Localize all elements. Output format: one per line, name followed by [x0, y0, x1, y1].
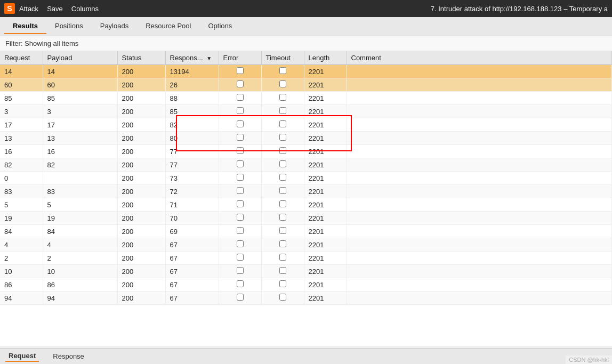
- error-checkbox-cell: [219, 265, 261, 278]
- error-checkbox[interactable]: [237, 174, 244, 181]
- table-row[interactable]: 8282200772201: [0, 158, 612, 172]
- error-checkbox[interactable]: [237, 254, 244, 261]
- table-row[interactable]: 44200672201: [0, 238, 612, 252]
- timeout-checkbox[interactable]: [279, 160, 286, 167]
- timeout-checkbox[interactable]: [279, 80, 286, 87]
- timeout-checkbox[interactable]: [279, 67, 286, 74]
- timeout-checkbox[interactable]: [279, 240, 286, 247]
- cell-value: 19: [0, 212, 43, 225]
- timeout-checkbox-cell: [261, 185, 304, 198]
- cell-value: 2201: [304, 158, 347, 172]
- error-checkbox[interactable]: [237, 227, 244, 234]
- table-row[interactable]: 8585200882201: [0, 92, 612, 105]
- error-checkbox[interactable]: [237, 214, 244, 221]
- timeout-checkbox[interactable]: [279, 254, 286, 261]
- error-checkbox[interactable]: [237, 200, 244, 207]
- cell-value: 4: [0, 238, 43, 252]
- tab-options[interactable]: Options: [199, 19, 240, 34]
- cell-value: 200: [117, 292, 165, 305]
- error-checkbox[interactable]: [237, 107, 244, 114]
- error-checkbox[interactable]: [237, 147, 244, 154]
- table-row[interactable]: 22200672201: [0, 252, 612, 265]
- cell-value: 82: [43, 158, 117, 172]
- timeout-checkbox[interactable]: [279, 147, 286, 154]
- timeout-checkbox[interactable]: [279, 280, 286, 287]
- bottom-tab-request[interactable]: Request: [5, 351, 39, 362]
- table-row[interactable]: 55200712201: [0, 198, 612, 212]
- cell-value: 60: [43, 78, 117, 92]
- cell-value: 200: [117, 212, 165, 225]
- error-checkbox[interactable]: [237, 240, 244, 247]
- error-checkbox[interactable]: [237, 280, 244, 287]
- cell-value: 2201: [304, 238, 347, 252]
- menu-save[interactable]: Save: [47, 5, 63, 13]
- timeout-checkbox-cell: [261, 158, 304, 172]
- error-checkbox-cell: [219, 225, 261, 238]
- tab-positions[interactable]: Positions: [46, 19, 92, 34]
- timeout-checkbox[interactable]: [279, 134, 286, 141]
- cell-value: 14: [0, 65, 43, 78]
- error-checkbox[interactable]: [237, 160, 244, 167]
- col-status[interactable]: Status: [117, 51, 165, 65]
- cell-value: [347, 92, 612, 105]
- cell-value: 77: [165, 158, 219, 172]
- table-row[interactable]: 6060200262201: [0, 78, 612, 92]
- col-length[interactable]: Length: [304, 51, 347, 65]
- menu-columns[interactable]: Columns: [71, 5, 99, 13]
- table-row[interactable]: 9494200672201: [0, 292, 612, 305]
- timeout-checkbox[interactable]: [279, 294, 286, 301]
- cell-value: 85: [43, 92, 117, 105]
- table-row[interactable]: 8383200722201: [0, 185, 612, 198]
- timeout-checkbox[interactable]: [279, 214, 286, 221]
- col-payload[interactable]: Payload: [43, 51, 117, 65]
- table-row[interactable]: 33200852201: [0, 105, 612, 118]
- table-row[interactable]: 1414200131942201: [0, 65, 612, 78]
- table-row[interactable]: 1717200822201: [0, 118, 612, 132]
- col-comment[interactable]: Comment: [347, 51, 612, 65]
- tab-payloads[interactable]: Payloads: [92, 19, 137, 34]
- cell-value: 2201: [304, 278, 347, 292]
- timeout-checkbox-cell: [261, 212, 304, 225]
- table-row[interactable]: 8686200672201: [0, 278, 612, 292]
- table-row[interactable]: 1616200772201: [0, 145, 612, 158]
- error-checkbox[interactable]: [237, 187, 244, 194]
- timeout-checkbox[interactable]: [279, 174, 286, 181]
- timeout-checkbox[interactable]: [279, 107, 286, 114]
- col-error[interactable]: Error: [219, 51, 261, 65]
- cell-value: 5: [0, 198, 43, 212]
- error-checkbox[interactable]: [237, 94, 244, 101]
- timeout-checkbox[interactable]: [279, 120, 286, 127]
- error-checkbox[interactable]: [237, 80, 244, 87]
- cell-value: 0: [0, 172, 43, 185]
- error-checkbox[interactable]: [237, 267, 244, 274]
- table-row[interactable]: 0200732201: [0, 172, 612, 185]
- error-checkbox[interactable]: [237, 294, 244, 301]
- cell-value: 3: [43, 105, 117, 118]
- timeout-checkbox[interactable]: [279, 267, 286, 274]
- tab-resource-pool[interactable]: Resource Pool: [137, 19, 199, 34]
- cell-value: [347, 212, 612, 225]
- error-checkbox[interactable]: [237, 120, 244, 127]
- timeout-checkbox-cell: [261, 278, 304, 292]
- col-timeout[interactable]: Timeout: [261, 51, 304, 65]
- cell-value: 86: [0, 278, 43, 292]
- cell-value: 200: [117, 105, 165, 118]
- error-checkbox[interactable]: [237, 134, 244, 141]
- error-checkbox[interactable]: [237, 67, 244, 74]
- menu-attack[interactable]: Attack: [19, 5, 38, 13]
- tab-results[interactable]: Results: [4, 19, 46, 34]
- timeout-checkbox[interactable]: [279, 94, 286, 101]
- error-checkbox-cell: [219, 65, 261, 78]
- bottom-tab-response[interactable]: Response: [50, 351, 87, 361]
- table-row[interactable]: 1919200702201: [0, 212, 612, 225]
- col-request[interactable]: Request: [0, 51, 43, 65]
- table-row[interactable]: 8484200692201: [0, 225, 612, 238]
- timeout-checkbox[interactable]: [279, 187, 286, 194]
- table-row[interactable]: 1010200672201: [0, 265, 612, 278]
- timeout-checkbox[interactable]: [279, 200, 286, 207]
- col-response[interactable]: Respons... ▼: [165, 51, 219, 65]
- cell-value: [347, 65, 612, 78]
- table-row[interactable]: 1313200802201: [0, 132, 612, 145]
- cell-value: [347, 278, 612, 292]
- timeout-checkbox[interactable]: [279, 227, 286, 234]
